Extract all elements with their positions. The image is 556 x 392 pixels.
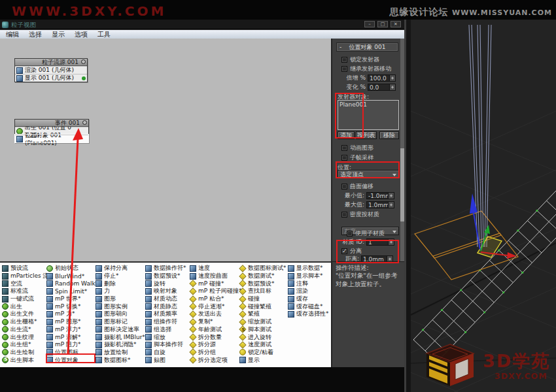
close-button[interactable]: ✕ — [391, 21, 401, 27]
max-field[interactable]: 1.0mm — [366, 201, 389, 208]
depot-item[interactable]: 图形标记 — [96, 318, 145, 326]
depot-item[interactable]: 注释 — [288, 280, 329, 287]
depot-item[interactable]: 图形 — [96, 295, 145, 303]
variation-spinner[interactable] — [390, 84, 396, 91]
depot-item[interactable]: 速度按曲面 — [190, 272, 242, 280]
depot-item[interactable]: 发送出去 — [190, 310, 242, 318]
depot-item[interactable]: mP 力* — [46, 310, 98, 318]
density-checkbox[interactable] — [341, 212, 347, 218]
depot-item[interactable]: 数据操作符* — [145, 265, 186, 272]
checkbox-lock-emitter[interactable]: 锁定发射器 — [341, 56, 379, 64]
depot-item[interactable]: 放置绘制 — [96, 349, 145, 357]
depot-item[interactable]: mP 图形* — [46, 318, 98, 326]
operator-render[interactable]: 渲染 001 (几何体) — [15, 66, 87, 74]
depot-item[interactable]: 贴图 — [145, 356, 186, 364]
depot-item[interactable]: 拆分源 — [190, 341, 242, 349]
node-source-title[interactable]: 粒子流源 001 — [15, 59, 87, 66]
node-particle-source[interactable]: 粒子流源 001 渲染 001 (几何体) 显示 001 (几何体) — [14, 58, 88, 82]
surface-offset-checkbox[interactable] — [341, 184, 347, 189]
depot-item[interactable]: BlurWind* — [46, 272, 98, 280]
separation-checkbox[interactable] — [341, 248, 347, 254]
multiplier-field[interactable]: 100.0 — [368, 74, 390, 82]
rollout-header-position-object[interactable]: - 位置对象 001 — [337, 43, 398, 51]
depot-item[interactable]: 脚本测试 — [239, 326, 287, 334]
depot-item[interactable]: 显示 — [239, 356, 287, 364]
depot-item[interactable]: 删除 — [96, 280, 145, 287]
depot-item[interactable]: mP 溶解* — [46, 333, 98, 341]
depot-item[interactable]: 缩放 — [145, 333, 186, 341]
depot-item[interactable]: 显示数据* — [288, 265, 329, 272]
depot-item[interactable]: 材质静态 — [145, 302, 186, 310]
menu-tools[interactable]: 工具 — [97, 31, 111, 39]
depot-item[interactable]: mP 粘合* — [190, 295, 242, 303]
depot-item[interactable]: mP 粒子间碰撞* — [190, 287, 242, 295]
subframe-checkbox[interactable] — [341, 155, 347, 161]
checkbox-animated-shape[interactable]: 动画图形 — [341, 144, 374, 152]
minimize-button[interactable]: – — [364, 21, 375, 27]
depot-item[interactable]: 力 — [96, 287, 145, 295]
variation-field[interactable]: 0.0 — [368, 84, 390, 91]
min-spinner[interactable] — [389, 192, 394, 199]
add-button[interactable]: 添加 — [338, 131, 355, 139]
depot-item[interactable]: 缓存选择性* — [288, 310, 329, 318]
depot-item[interactable]: 出生脚本 — [2, 356, 52, 364]
depot-item[interactable]: 复制* — [190, 318, 242, 326]
depot-item[interactable]: 显示脚本* — [288, 272, 329, 280]
depot-item[interactable]: 出生绘制 — [2, 349, 52, 357]
depot-item[interactable]: 拆分组 — [190, 349, 242, 357]
max-spinner[interactable] — [389, 201, 394, 208]
depot-item[interactable]: 出生纹理 — [2, 333, 52, 341]
depot-item[interactable]: 拆分选定项 — [190, 356, 242, 364]
checkbox-use-sub-material[interactable]: 使用子材质 — [347, 229, 385, 238]
depot-item[interactable]: 渲染 — [288, 287, 329, 295]
checkbox-density-by-material[interactable]: 密度按材质 — [341, 210, 379, 219]
depot-item[interactable]: 缓存 — [288, 295, 329, 303]
min-field[interactable]: -1.0mm — [366, 192, 389, 199]
source-enable-icon[interactable] — [81, 59, 86, 64]
maximize-button[interactable]: □ — [377, 21, 388, 27]
checkbox-surface-offset[interactable]: 曲面偏移 — [341, 182, 374, 191]
depot-item[interactable]: 数据图标* — [96, 356, 145, 364]
depot-item[interactable]: 位置图标 — [46, 349, 98, 357]
depot-item[interactable]: 出生组* — [2, 341, 52, 349]
depot-item[interactable]: 出生流* — [2, 326, 52, 334]
depot-item[interactable]: 预设流 — [2, 265, 52, 272]
operator-position-object[interactable]: 位置对象 001 (Plane001) — [15, 135, 88, 142]
menu-edit[interactable]: 编辑 — [6, 31, 19, 39]
depot-item[interactable]: 停止* — [96, 272, 145, 280]
depot-item[interactable]: 映射对象 — [145, 287, 186, 295]
depot-item[interactable]: 材质动态 — [145, 295, 186, 303]
depot-item[interactable]: 一键式流 — [2, 295, 52, 303]
depot-item[interactable]: mP 世界* — [46, 295, 98, 303]
depot-item[interactable]: 碰撞繁殖 — [239, 302, 287, 310]
depot-item[interactable]: 数据预设* — [145, 272, 186, 280]
depot-item[interactable]: 空流 — [2, 280, 52, 287]
depot-item[interactable]: mP 切换* — [46, 302, 98, 310]
depot-item[interactable]: 摄影机 IMBlur* — [96, 333, 145, 341]
title-bar[interactable]: 粒子视图 – □ ✕ — [0, 20, 404, 29]
depot-item[interactable]: 进入旋转 — [239, 333, 287, 341]
depot-item[interactable]: 年龄测试 — [190, 326, 242, 334]
depot-item[interactable]: 速度测试 — [239, 341, 287, 349]
menu-display[interactable]: 显示 — [52, 31, 65, 39]
menu-select[interactable]: 选择 — [29, 31, 42, 39]
depot-item[interactable]: 缩放测试 — [239, 318, 287, 326]
animated-shape-checkbox[interactable] — [341, 145, 347, 151]
depot-item[interactable]: 组操作符 — [145, 318, 186, 326]
depot-item[interactable]: 停止逐渐* — [190, 302, 242, 310]
checkbox-subframe[interactable]: 子帧采样 — [341, 154, 374, 162]
depot-item[interactable]: 材质频率 — [145, 310, 186, 318]
event-display-canvas[interactable]: 粒子流源 001 渲染 001 (几何体) 显示 001 (几何体) — [0, 39, 331, 261]
depot-item[interactable]: 图标决定速率 — [96, 326, 145, 334]
location-dropdown[interactable]: 选定顶点 — [338, 170, 399, 178]
depot-item[interactable]: 数据图标测试* — [239, 265, 287, 272]
depot-item[interactable]: 摄影机消隐* — [96, 341, 145, 349]
remove-button[interactable]: 移除 — [379, 131, 399, 139]
depot-item[interactable]: 保持分离 — [96, 265, 145, 272]
depot-item[interactable]: 速度 — [190, 265, 242, 272]
depot-item[interactable]: 图形实例 — [96, 302, 145, 310]
depot-item[interactable]: mP 碰撞* — [190, 280, 242, 287]
depot-item[interactable]: 图形朝向 — [96, 310, 145, 318]
depot-item[interactable]: 脚本操作符 — [145, 341, 186, 349]
depot-item[interactable]: 位置对象 — [46, 356, 98, 364]
